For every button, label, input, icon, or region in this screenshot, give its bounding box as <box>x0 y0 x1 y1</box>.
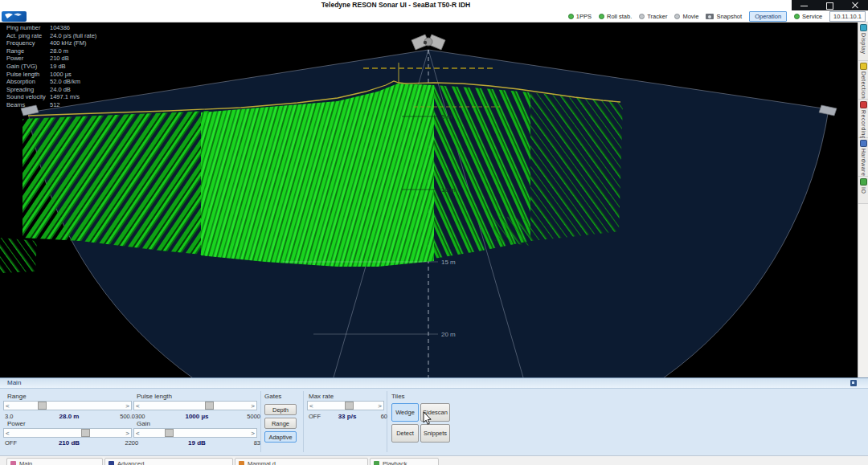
info-row: Sound velocity1497.1 m/s <box>6 93 96 101</box>
power-current-value: 210 dB <box>3 439 135 447</box>
restore-button[interactable] <box>821 0 838 10</box>
dock-tab-main[interactable]: Main <box>6 458 103 465</box>
pulse-slider-values: 300 1000 µs 5000 <box>133 413 260 421</box>
indicator-service[interactable]: Service <box>794 13 822 20</box>
sonar-data-far-right <box>530 92 623 241</box>
wedge-graphic: 5 m 10 m 15 m 20 m <box>0 22 858 377</box>
indicator-roll-stab[interactable]: Roll stab. <box>599 13 632 20</box>
bottom-dock-tabs: Main Advanced Mammal d. Playback <box>0 455 868 465</box>
range-ring-label-10m: 10 m <box>441 186 456 194</box>
range-slider-right-arrow[interactable]: > <box>125 402 129 410</box>
ping-info-overlay: Ping number104386 Act. ping rate24.0 p/s… <box>6 24 96 109</box>
title-bar: Teledyne RESON Sonar UI - SeaBat T50-R I… <box>0 0 868 10</box>
roll-stab-led-icon <box>599 14 604 19</box>
sonar-ip-address: 10.11.10.1 <box>829 11 866 22</box>
movie-label: Movie <box>682 13 698 20</box>
range-current-value: 28.0 m <box>3 413 135 420</box>
tab-recording[interactable]: Recording <box>858 100 868 138</box>
range-ring-label-15m: 15 m <box>441 259 456 266</box>
range-slider-left-arrow[interactable]: < <box>6 402 10 410</box>
service-label: Service <box>802 13 822 20</box>
info-row: Absorption52.0 dB/km <box>6 78 96 86</box>
camera-icon <box>706 14 714 19</box>
pulse-slider-right-arrow[interactable]: > <box>251 402 255 410</box>
range-slider[interactable]: < > <box>3 401 132 410</box>
range-slider-thumb[interactable] <box>38 402 47 410</box>
recording-icon <box>860 101 867 108</box>
info-row: Beams512 <box>6 101 96 109</box>
power-slider-thumb[interactable] <box>81 429 90 437</box>
info-row: Power210 dB <box>6 55 96 63</box>
1pps-led-icon <box>568 14 574 19</box>
maxrate-slider-right-arrow[interactable]: > <box>378 402 382 410</box>
app-logo-icon[interactable] <box>2 11 27 22</box>
power-slider-right-arrow[interactable]: > <box>125 430 129 438</box>
gates-depth-button[interactable]: Depth <box>264 404 297 415</box>
gain-group-label: Gain <box>137 420 150 427</box>
gates-range-button[interactable]: Range <box>264 418 297 429</box>
pulse-slider-left-arrow[interactable]: < <box>136 402 140 410</box>
snapshot-button[interactable]: Snapshot <box>706 13 742 20</box>
sonar-head-icon <box>411 35 445 50</box>
info-row: Act. ping rate24.0 p/s (full rate) <box>6 32 96 40</box>
info-row: Spreading24.0 dB <box>6 86 96 94</box>
dock-tab-advanced[interactable]: Advanced <box>104 458 233 465</box>
playback-tab-icon <box>374 461 379 465</box>
tiles-wedge-button[interactable]: Wedge <box>391 403 419 422</box>
maxrate-slider-thumb[interactable] <box>345 402 354 410</box>
display-icon <box>860 24 867 31</box>
sonar-data-left <box>23 111 209 255</box>
power-group-label: Power <box>7 420 26 427</box>
power-slider[interactable]: < > <box>3 428 132 438</box>
io-icon <box>860 178 867 186</box>
gain-slider-left-arrow[interactable]: < <box>136 430 140 438</box>
info-row: Frequency400 kHz (FM) <box>6 39 96 47</box>
gain-slider-right-arrow[interactable]: > <box>251 430 255 438</box>
tiles-detect-button[interactable]: Detect <box>391 424 419 443</box>
gain-slider[interactable]: < > <box>133 428 257 438</box>
tab-display[interactable]: Display <box>858 22 868 61</box>
toolbar-right-cluster: 1PPS Roll stab. Tracker Movie Snapshot O… <box>568 10 866 22</box>
divider <box>260 391 261 452</box>
close-button[interactable] <box>846 0 864 10</box>
range-ring-label-5m: 5 m <box>441 113 452 120</box>
dock-tab-mammal[interactable]: Mammal d. <box>235 458 368 465</box>
tab-detection[interactable]: Detection <box>858 61 868 100</box>
range-group-label: Range <box>7 393 27 400</box>
pulse-slider[interactable]: < > <box>133 401 257 410</box>
gain-slider-thumb[interactable] <box>165 429 174 437</box>
pulse-current-value: 1000 µs <box>133 413 260 420</box>
window-controls <box>792 0 868 10</box>
right-tab-strip: Display Detection Recording Hardware IO <box>858 22 868 377</box>
window-title: Teledyne RESON Sonar UI - SeaBat T50-R I… <box>0 1 792 9</box>
tab-io[interactable]: IO <box>858 177 868 204</box>
indicator-1pps[interactable]: 1PPS <box>568 13 592 20</box>
minimize-button[interactable] <box>796 0 813 10</box>
main-toolbar: 1PPS Roll stab. Tracker Movie Snapshot O… <box>0 10 868 22</box>
tab-hardware[interactable]: Hardware <box>858 138 868 177</box>
power-slider-values: OFF 210 dB 220 <box>3 439 135 447</box>
panel-header: Main <box>0 378 868 389</box>
divider <box>387 391 387 452</box>
advanced-tab-icon <box>108 461 114 465</box>
gates-adaptive-button[interactable]: Adaptive <box>264 431 297 443</box>
service-led-icon <box>794 14 800 19</box>
sonar-data-center <box>201 84 434 267</box>
pin-icon[interactable] <box>850 380 857 386</box>
sonar-data-edge-patch <box>0 238 37 273</box>
main-control-panel: Main Range < > 3.0 28.0 m 500.0 Power < … <box>0 377 868 455</box>
indicator-movie[interactable]: Movie <box>674 13 698 20</box>
operation-toggle[interactable]: Operation <box>749 11 787 22</box>
maxrate-slider-left-arrow[interactable]: < <box>309 402 313 410</box>
gates-group-label: Gates <box>264 393 281 400</box>
power-slider-left-arrow[interactable]: < <box>6 430 10 438</box>
sonar-data-speckle <box>492 215 534 246</box>
snapshot-label: Snapshot <box>716 13 742 20</box>
tiles-group-label: Tiles <box>391 393 405 400</box>
maxrate-slider[interactable]: < > <box>307 401 384 410</box>
sonar-wedge-display[interactable]: 5 m 10 m 15 m 20 m Ping number104386 <box>0 22 858 377</box>
tracker-label: Tracker <box>647 13 667 20</box>
dock-tab-playback[interactable]: Playback <box>370 458 439 465</box>
indicator-tracker[interactable]: Tracker <box>639 13 667 20</box>
pulse-slider-thumb[interactable] <box>205 402 214 410</box>
